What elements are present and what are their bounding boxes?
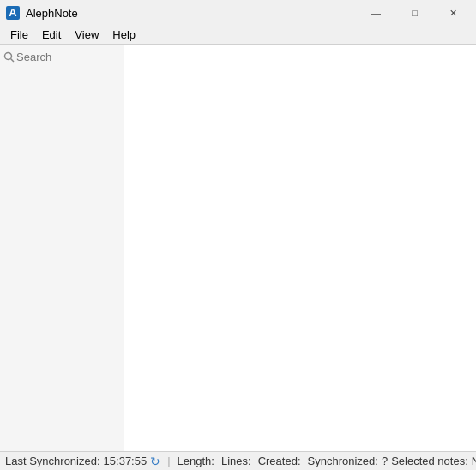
selected-notes-label: Selected notes: xyxy=(391,455,468,467)
selected-notes-value: No Rem xyxy=(472,455,476,467)
menu-file[interactable]: File xyxy=(3,27,35,43)
svg-line-3 xyxy=(11,58,15,62)
close-button[interactable]: ✕ xyxy=(434,0,473,26)
main-area: + xyxy=(0,45,476,451)
app-title: AlephNote xyxy=(26,7,78,20)
last-sync-time: 15:37:55 xyxy=(104,455,148,467)
synchronized-value: ? xyxy=(382,455,388,467)
menu-view[interactable]: View xyxy=(68,27,105,43)
search-icon xyxy=(3,51,15,63)
lines-label: Lines: xyxy=(221,455,251,467)
notes-list xyxy=(0,69,124,451)
minimize-button[interactable]: — xyxy=(357,0,395,26)
left-panel: + xyxy=(0,45,124,451)
svg-text:A: A xyxy=(9,6,17,19)
synchronized-label: Synchronized: xyxy=(308,455,378,467)
title-left: A AlephNote xyxy=(5,5,78,21)
maximize-button[interactable]: □ xyxy=(395,0,434,26)
editor-area[interactable] xyxy=(124,45,476,451)
menu-help[interactable]: Help xyxy=(105,27,142,43)
window-controls: — □ ✕ xyxy=(357,0,473,26)
created-label: Created: xyxy=(258,455,301,467)
sync-icon: ↻ xyxy=(150,455,160,468)
last-sync-label: Last Synchronized: xyxy=(5,455,100,467)
status-bar: Last Synchronized: 15:37:55 ↻ | Length: … xyxy=(0,451,476,470)
length-label: Length: xyxy=(178,455,214,467)
divider-1: | xyxy=(167,455,170,467)
menu-edit[interactable]: Edit xyxy=(35,27,68,43)
menu-bar: File Edit View Help xyxy=(0,26,476,45)
svg-point-2 xyxy=(5,52,12,59)
title-bar: A AlephNote — □ ✕ xyxy=(0,0,476,26)
search-bar: + xyxy=(0,45,124,69)
app-icon: A xyxy=(5,5,21,21)
